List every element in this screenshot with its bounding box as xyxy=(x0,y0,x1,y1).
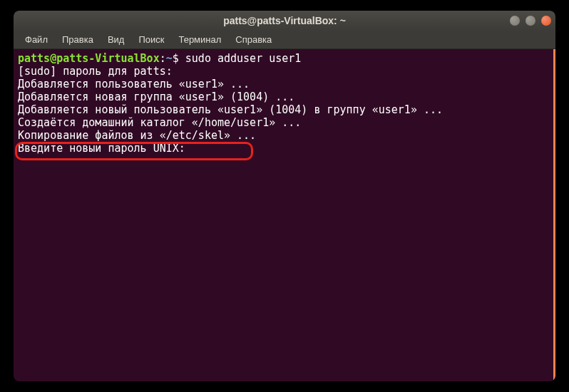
terminal-body[interactable]: patts@patts-VirtualBox:~$ sudo adduser u… xyxy=(14,49,555,381)
menu-edit[interactable]: Правка xyxy=(56,33,99,46)
menu-terminal[interactable]: Терминал xyxy=(173,33,227,46)
output-line-7: Введите новый пароль UNIX: xyxy=(18,142,551,155)
menu-file[interactable]: Файл xyxy=(19,33,53,46)
menu-view[interactable]: Вид xyxy=(102,33,130,46)
prompt-dollar: $ xyxy=(173,52,185,65)
output-line-3: Добавляется новая группа «user1» (1004) … xyxy=(18,91,551,103)
minimize-button[interactable] xyxy=(510,16,520,26)
menu-search[interactable]: Поиск xyxy=(133,33,170,46)
command-text: sudo adduser user1 xyxy=(185,52,302,65)
menubar: Файл Правка Вид Поиск Терминал Справка xyxy=(14,31,555,49)
output-line-1: [sudo] пароль для patts: xyxy=(18,65,551,78)
close-button[interactable] xyxy=(541,16,551,26)
titlebar: patts@patts-VirtualBox: ~ xyxy=(14,11,555,31)
output-line-6: Копирование файлов из «/etc/skel» ... xyxy=(18,129,551,142)
output-line-5: Создаётся домашний каталог «/home/user1»… xyxy=(18,116,551,129)
prompt-colon: : xyxy=(160,52,166,65)
scrollbar-edge xyxy=(553,49,555,381)
output-line-4: Добавляется новый пользователь «user1» (… xyxy=(18,103,551,116)
menu-help[interactable]: Справка xyxy=(230,33,277,46)
prompt-path: ~ xyxy=(166,52,173,65)
window-controls xyxy=(510,16,551,26)
output-line-2: Добавляется пользователь «user1» ... xyxy=(18,78,551,91)
window-title: patts@patts-VirtualBox: ~ xyxy=(223,15,346,26)
maximize-button[interactable] xyxy=(526,16,535,26)
prompt-userhost: patts@patts-VirtualBox xyxy=(18,52,160,65)
terminal-window: patts@patts-VirtualBox: ~ Файл Правка Ви… xyxy=(14,11,555,381)
prompt-line: patts@patts-VirtualBox:~$ sudo adduser u… xyxy=(18,52,551,65)
